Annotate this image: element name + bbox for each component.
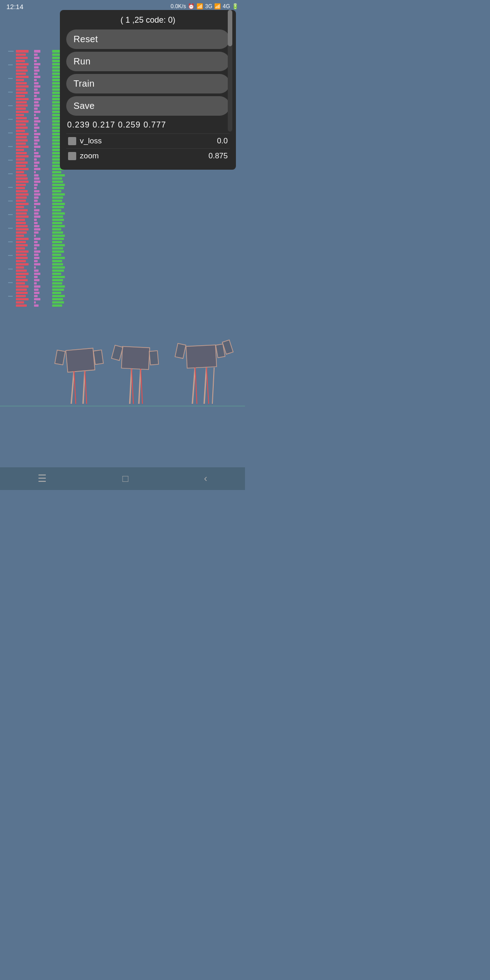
svg-rect-177: [34, 295, 38, 297]
run-button[interactable]: Run: [66, 52, 230, 71]
svg-rect-234: [52, 219, 64, 221]
svg-rect-118: [34, 108, 38, 110]
svg-rect-86: [16, 263, 29, 265]
status-bar: 12:14 0.0K/s ⏰ 📶 3G 📶 4G 🔋: [0, 0, 245, 13]
svg-rect-95: [16, 292, 28, 294]
svg-rect-68: [16, 206, 24, 208]
menu-icon[interactable]: ☰: [38, 473, 47, 485]
vloss-row: v_loss 0.0: [66, 133, 230, 148]
svg-rect-155: [34, 225, 39, 227]
vloss-thumb[interactable]: [68, 137, 76, 145]
signal-3g: 3G: [205, 3, 212, 10]
svg-rect-46: [16, 136, 27, 138]
svg-rect-141: [34, 181, 40, 183]
panel-scrollbar[interactable]: [228, 10, 232, 132]
svg-rect-228: [52, 200, 62, 202]
home-icon[interactable]: □: [122, 473, 128, 485]
status-time: 12:14: [6, 3, 24, 10]
svg-rect-176: [34, 292, 39, 294]
svg-rect-247: [52, 260, 62, 262]
svg-rect-122: [34, 120, 40, 122]
svg-rect-34: [16, 98, 29, 100]
svg-rect-240: [52, 238, 64, 240]
svg-rect-178: [34, 298, 40, 300]
svg-rect-221: [52, 177, 62, 180]
back-icon[interactable]: ‹: [204, 473, 207, 485]
svg-rect-24: [16, 66, 27, 69]
svg-rect-156: [34, 228, 40, 230]
svg-rect-133: [34, 155, 40, 157]
svg-rect-225: [52, 190, 61, 192]
svg-rect-226: [52, 193, 65, 196]
svg-rect-85: [16, 260, 26, 262]
svg-rect-160: [34, 241, 38, 243]
svg-rect-153: [34, 219, 37, 221]
svg-rect-119: [34, 111, 40, 113]
svg-rect-26: [16, 73, 26, 75]
svg-rect-61: [16, 184, 26, 186]
svg-rect-93: [16, 285, 29, 288]
svg-rect-222: [52, 181, 63, 183]
zoom-thumb[interactable]: [68, 152, 76, 160]
svg-rect-51: [16, 152, 27, 154]
svg-rect-35: [16, 101, 27, 103]
svg-rect-105: [34, 66, 39, 69]
svg-rect-254: [52, 282, 62, 284]
svg-rect-83: [16, 254, 27, 256]
svg-rect-29: [16, 82, 27, 84]
svg-rect-55: [16, 165, 26, 167]
svg-rect-152: [34, 216, 40, 218]
svg-rect-150: [34, 209, 39, 211]
svg-rect-131: [34, 149, 36, 151]
svg-rect-124: [34, 127, 39, 129]
svg-rect-41: [16, 120, 29, 122]
svg-rect-172: [34, 279, 39, 281]
svg-rect-78: [16, 238, 29, 240]
zoom-row: zoom 0.875: [66, 148, 230, 163]
svg-rect-120: [34, 114, 36, 116]
svg-rect-158: [34, 235, 36, 237]
svg-rect-246: [52, 257, 65, 259]
reset-button[interactable]: Reset: [66, 29, 230, 49]
svg-rect-180: [34, 304, 39, 307]
robot-visualization: [0, 313, 245, 467]
svg-rect-242: [52, 244, 65, 246]
svg-rect-145: [34, 193, 40, 196]
svg-rect-59: [16, 177, 28, 180]
svg-rect-220: [52, 174, 65, 176]
svg-line-281: [192, 368, 195, 404]
svg-rect-64: [16, 193, 29, 196]
svg-rect-231: [52, 209, 61, 211]
zoom-value: 0.875: [208, 152, 228, 161]
svg-line-266: [71, 371, 74, 404]
svg-rect-144: [34, 190, 39, 192]
svg-rect-223: [52, 184, 65, 186]
svg-rect-167: [34, 263, 40, 265]
svg-rect-257: [52, 292, 61, 294]
svg-rect-116: [34, 101, 39, 103]
svg-rect-97: [16, 298, 29, 300]
svg-rect-38: [16, 111, 29, 113]
svg-rect-69: [16, 209, 28, 211]
svg-rect-132: [34, 152, 39, 154]
svg-rect-224: [52, 187, 64, 189]
svg-rect-81: [16, 247, 25, 250]
svg-rect-260: [52, 301, 64, 304]
save-button[interactable]: Save: [66, 96, 230, 116]
svg-rect-96: [16, 295, 26, 297]
zoom-label: zoom: [80, 152, 208, 161]
train-button[interactable]: Train: [66, 74, 230, 93]
svg-rect-270: [122, 346, 150, 369]
svg-rect-71: [16, 216, 29, 218]
panel-scrollbar-thumb[interactable]: [228, 10, 232, 46]
svg-rect-138: [34, 171, 36, 173]
svg-rect-149: [34, 206, 36, 208]
svg-rect-82: [16, 250, 29, 253]
svg-rect-252: [52, 276, 65, 278]
svg-rect-37: [16, 108, 26, 110]
signal-icon: 📶: [196, 3, 203, 10]
svg-rect-271: [112, 345, 123, 361]
svg-rect-39: [16, 114, 24, 116]
svg-rect-104: [34, 63, 40, 65]
svg-rect-159: [34, 238, 40, 240]
